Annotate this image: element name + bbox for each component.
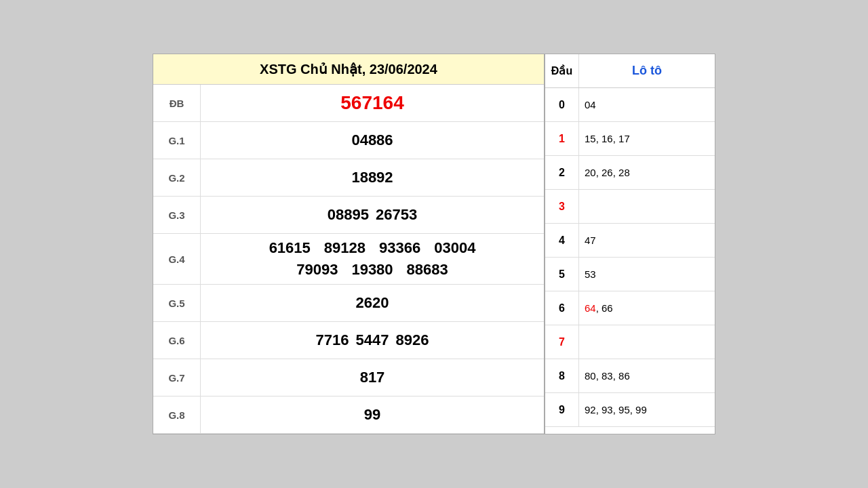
loto-dau-value: 9 <box>545 393 579 426</box>
loto-vals: 53 <box>579 264 715 284</box>
prize-value: 2620 <box>356 294 389 312</box>
loto-dau-header: Đầu <box>545 54 579 87</box>
prize-value: 26753 <box>376 206 417 224</box>
prize-value: 61615 <box>269 239 311 257</box>
loto-row: 7 <box>545 325 715 359</box>
loto-rows: 004115, 16, 17220, 26, 283447553664, 667… <box>545 88 715 427</box>
prize-values-g1: 04886 <box>201 126 544 155</box>
loto-dau-value: 1 <box>545 122 579 155</box>
loto-table: Đầu Lô tô 004115, 16, 17220, 26, 2834475… <box>545 54 715 434</box>
prize-values-g3: 0889526753 <box>201 201 544 229</box>
loto-dau-value: 0 <box>545 88 579 121</box>
prize-value: 7716 <box>316 331 349 349</box>
loto-vals: 20, 26, 28 <box>579 163 715 182</box>
prize-label-g2: G.2 <box>153 159 201 196</box>
loto-vals <box>579 338 715 346</box>
prize-label-g5: G.5 <box>153 285 201 321</box>
loto-dau-value: 2 <box>545 156 579 189</box>
prize-value: 88683 <box>407 261 448 279</box>
prize-value: 03004 <box>434 239 475 257</box>
prize-value: 04886 <box>351 131 393 149</box>
prize-value: 5447 <box>356 331 389 349</box>
loto-vals: 92, 93, 95, 99 <box>579 400 715 420</box>
prize-value: 19380 <box>351 261 393 279</box>
prize-label-g8: G.8 <box>153 396 201 433</box>
prize-values-db: 567164 <box>201 87 544 119</box>
prize-row-g1: G.104886 <box>153 122 544 159</box>
prize-values-g8: 99 <box>201 401 544 429</box>
prize-values-g4: 61615891289336603004790931938088683 <box>201 234 544 284</box>
prize-values-g5: 2620 <box>201 289 544 317</box>
prize-value: 79093 <box>296 261 338 279</box>
loto-row: 992, 93, 95, 99 <box>545 393 715 427</box>
main-container: XSTG Chủ Nhật, 23/06/2024 ĐB567164G.1048… <box>153 54 715 434</box>
loto-vals: 15, 16, 17 <box>579 129 715 148</box>
loto-dau-value: 8 <box>545 359 579 392</box>
prize-label-g6: G.6 <box>153 322 201 359</box>
prize-value: 99 <box>364 406 380 424</box>
loto-row: 664, 66 <box>545 291 715 325</box>
loto-vals: 04 <box>579 95 715 115</box>
loto-vals: 64, 66 <box>579 298 715 318</box>
loto-dau-value: 6 <box>545 291 579 325</box>
prize-values-g6: 771654478926 <box>201 326 544 354</box>
prize-label-g1: G.1 <box>153 122 201 159</box>
loto-row: 3 <box>545 190 715 224</box>
prizes-container: ĐB567164G.104886G.218892G.30889526753G.4… <box>153 85 544 434</box>
prize-label-g3: G.3 <box>153 197 201 233</box>
prize-row-g6: G.6771654478926 <box>153 322 544 359</box>
prize-values-g2: 18892 <box>201 163 544 192</box>
loto-row: 220, 26, 28 <box>545 156 715 190</box>
loto-dau-value: 7 <box>545 325 579 359</box>
prize-value: 93366 <box>379 239 420 257</box>
loto-vals: 80, 83, 86 <box>579 366 715 386</box>
prize-value: 18892 <box>351 169 393 186</box>
prize-value: 817 <box>360 369 385 386</box>
prize-row-g7: G.7817 <box>153 359 544 396</box>
prize-label-g7: G.7 <box>153 359 201 396</box>
loto-vals <box>579 203 715 211</box>
loto-vals: 47 <box>579 230 715 250</box>
table-title: XSTG Chủ Nhật, 23/06/2024 <box>260 62 437 77</box>
loto-row: 004 <box>545 88 715 122</box>
prize-value: 89128 <box>324 239 366 257</box>
loto-title: Lô tô <box>579 64 715 78</box>
prize-values-g7: 817 <box>201 363 544 392</box>
loto-row: 447 <box>545 224 715 258</box>
prize-value: 567164 <box>340 92 403 114</box>
prize-value: 8926 <box>395 331 429 349</box>
prize-value: 08895 <box>328 206 369 224</box>
loto-row: 553 <box>545 258 715 291</box>
loto-dau-value: 5 <box>545 258 579 291</box>
loto-header: Đầu Lô tô <box>545 54 715 88</box>
prize-row-g2: G.218892 <box>153 159 544 197</box>
prize-row-g3: G.30889526753 <box>153 197 544 234</box>
table-header: XSTG Chủ Nhật, 23/06/2024 <box>153 54 544 85</box>
loto-row: 115, 16, 17 <box>545 122 715 156</box>
prize-row-g8: G.899 <box>153 396 544 434</box>
prize-label-db: ĐB <box>153 85 201 121</box>
prize-label-g4: G.4 <box>153 234 201 284</box>
prize-row-g5: G.52620 <box>153 285 544 322</box>
loto-row: 880, 83, 86 <box>545 359 715 393</box>
loto-dau-value: 4 <box>545 224 579 257</box>
prize-row-g4: G.461615891289336603004790931938088683 <box>153 234 544 285</box>
loto-dau-value: 3 <box>545 190 579 223</box>
results-table: XSTG Chủ Nhật, 23/06/2024 ĐB567164G.1048… <box>153 54 545 434</box>
prize-row-db: ĐB567164 <box>153 85 544 122</box>
